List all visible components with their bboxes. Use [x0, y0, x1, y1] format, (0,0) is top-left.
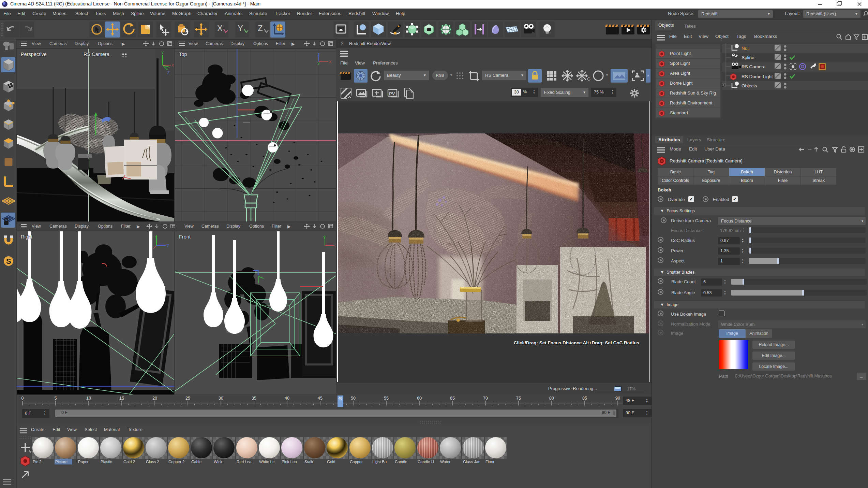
svg-text:Z: Z: [258, 24, 263, 33]
svg-text:Redshift Environment: Redshift Environment: [670, 100, 713, 105]
svg-text:S: S: [6, 257, 11, 265]
svg-text:Objects: Objects: [742, 83, 757, 88]
svg-text:Y: Y: [161, 51, 164, 55]
svg-text:X: X: [329, 60, 332, 64]
svg-text:Null: Null: [742, 46, 749, 51]
svg-text:Standard: Standard: [670, 110, 688, 115]
svg-text:40: 40: [285, 396, 289, 401]
svg-text:Y: Y: [155, 235, 158, 240]
svg-text:Y: Y: [317, 62, 320, 66]
svg-text:Spot Light: Spot Light: [670, 61, 690, 66]
svg-text:85: 85: [582, 396, 587, 401]
svg-text:Z: Z: [317, 53, 320, 57]
svg-text:Spline: Spline: [742, 55, 754, 60]
svg-text:75: 75: [516, 396, 521, 401]
svg-text:90: 90: [615, 396, 620, 401]
svg-text:10: 10: [86, 396, 91, 401]
svg-text:70: 70: [483, 396, 488, 401]
svg-text:Point Light: Point Light: [670, 51, 691, 56]
svg-text:25: 25: [185, 396, 190, 401]
svg-text:35: 35: [252, 396, 256, 401]
svg-text:55: 55: [384, 396, 389, 401]
svg-text:65: 65: [450, 396, 455, 401]
svg-text:0: 0: [21, 396, 24, 401]
svg-text:PV: PV: [389, 91, 395, 96]
svg-text:Y: Y: [238, 24, 243, 33]
svg-text:G: G: [587, 76, 590, 82]
svg-text:Z: Z: [167, 244, 169, 248]
svg-text:RS Dome Light: RS Dome Light: [742, 74, 773, 79]
svg-text:Area Light: Area Light: [670, 71, 690, 76]
svg-text:15: 15: [119, 396, 124, 401]
svg-text:RS Camera: RS Camera: [742, 64, 766, 69]
svg-text:Y: Y: [323, 235, 326, 240]
svg-text:5: 5: [55, 396, 57, 401]
svg-text:X: X: [171, 63, 174, 67]
svg-text:Redshift Sun & Sky Rig: Redshift Sun & Sky Rig: [670, 90, 716, 96]
svg-text:Dome Light: Dome Light: [670, 81, 693, 86]
svg-text:X: X: [217, 24, 223, 33]
svg-text:48: 48: [338, 397, 342, 400]
svg-text:50: 50: [351, 396, 356, 401]
svg-text:20: 20: [152, 396, 157, 401]
svg-text:45: 45: [318, 396, 323, 401]
svg-text:Z: Z: [167, 71, 170, 75]
svg-text:30: 30: [219, 396, 223, 401]
svg-text:80: 80: [549, 396, 554, 401]
svg-text:60: 60: [417, 396, 422, 401]
